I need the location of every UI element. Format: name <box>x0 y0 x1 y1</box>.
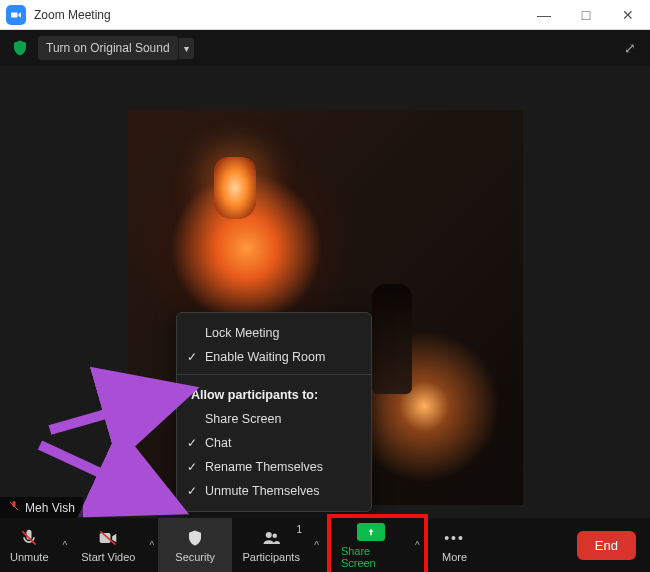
meeting-top-bar: Turn on Original Sound ▾ ⤢ <box>0 30 650 66</box>
menu-item-share-screen[interactable]: Share Screen <box>177 407 371 431</box>
participant-name-label: Meh Vish <box>25 501 75 515</box>
participant-name-tag: Meh Vish <box>0 497 83 518</box>
svg-rect-0 <box>11 12 18 17</box>
close-window-button[interactable]: ✕ <box>616 0 640 30</box>
start-video-label: Start Video <box>81 551 135 563</box>
end-label: End <box>595 538 618 553</box>
audio-options-caret[interactable]: ^ <box>59 540 72 551</box>
video-options-caret[interactable]: ^ <box>145 540 158 551</box>
camera-off-icon <box>97 528 119 548</box>
original-sound-label: Turn on Original Sound <box>46 41 170 55</box>
start-video-button[interactable]: Start Video <box>71 518 145 572</box>
menu-item-unmute[interactable]: Unmute Themselves <box>177 479 371 503</box>
participants-count: 1 <box>297 524 303 535</box>
menu-divider <box>177 374 371 375</box>
end-meeting-button[interactable]: End <box>577 531 636 560</box>
share-screen-highlight: Share Screen ^ <box>327 514 428 572</box>
zoom-logo-icon <box>6 5 26 25</box>
security-menu: Lock Meeting Enable Waiting Room Allow p… <box>176 312 372 512</box>
svg-point-7 <box>273 533 278 538</box>
video-group: Start Video ^ <box>71 518 158 572</box>
menu-item-lock-meeting[interactable]: Lock Meeting <box>177 321 371 345</box>
participants-button[interactable]: 1 Participants <box>232 518 310 572</box>
mic-muted-icon <box>19 528 39 548</box>
unmute-group: Unmute ^ <box>0 518 71 572</box>
menu-header-allow: Allow participants to: <box>177 380 371 407</box>
participants-group: 1 Participants ^ <box>232 518 323 572</box>
security-button[interactable]: Security <box>158 518 232 572</box>
participants-icon <box>259 528 283 548</box>
minimize-button[interactable]: — <box>532 0 556 30</box>
shield-icon <box>186 528 204 548</box>
window-controls: — □ ✕ <box>532 0 640 30</box>
participants-label: Participants <box>242 551 299 563</box>
zoom-window: Zoom Meeting — □ ✕ Turn on Original Soun… <box>0 0 650 572</box>
security-label: Security <box>175 551 215 563</box>
original-sound-caret[interactable]: ▾ <box>178 38 194 59</box>
share-screen-icon <box>357 522 385 542</box>
menu-item-waiting-room[interactable]: Enable Waiting Room <box>177 345 371 369</box>
more-icon: ••• <box>444 528 465 548</box>
meeting-toolbar: Unmute ^ Start Video ^ Security 1 <box>0 518 650 572</box>
svg-point-6 <box>266 532 272 538</box>
encryption-shield-icon[interactable] <box>10 38 30 58</box>
more-button[interactable]: ••• More <box>428 518 482 572</box>
titlebar: Zoom Meeting — □ ✕ <box>0 0 650 30</box>
muted-mic-icon <box>8 500 20 515</box>
fullscreen-icon[interactable]: ⤢ <box>624 40 636 56</box>
share-options-caret[interactable]: ^ <box>411 540 424 551</box>
share-screen-button[interactable]: Share Screen <box>331 518 411 572</box>
menu-item-chat[interactable]: Chat <box>177 431 371 455</box>
participants-caret[interactable]: ^ <box>310 540 323 551</box>
unmute-label: Unmute <box>10 551 49 563</box>
window-title: Zoom Meeting <box>34 8 532 22</box>
menu-item-rename[interactable]: Rename Themselves <box>177 455 371 479</box>
unmute-button[interactable]: Unmute <box>0 518 59 572</box>
original-sound-button[interactable]: Turn on Original Sound <box>38 36 178 60</box>
share-screen-label: Share Screen <box>341 545 401 569</box>
more-label: More <box>442 551 467 563</box>
maximize-button[interactable]: □ <box>574 0 598 30</box>
